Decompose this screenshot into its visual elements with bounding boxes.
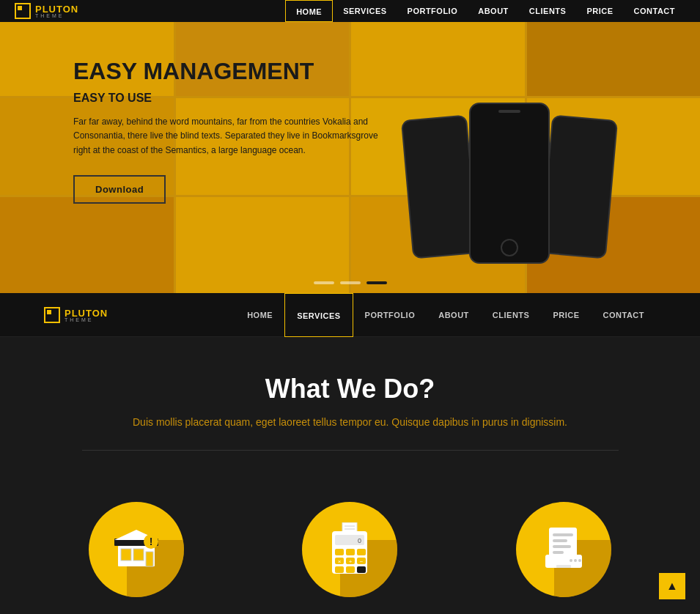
hero-phones <box>407 29 612 264</box>
service-card-modern-design: ! Modern Design We Create Modern And Cle… <box>48 502 224 614</box>
nav-clients[interactable]: CLIENTS <box>519 0 577 22</box>
svg-rect-23 <box>357 566 366 573</box>
services-logo-icon <box>44 307 60 323</box>
svg-rect-15 <box>335 549 344 555</box>
svg-point-34 <box>570 559 572 562</box>
hero-nav-links: HOME SERVICES PORTFOLIO ABOUT CLIENTS PR… <box>285 0 685 22</box>
snav-home[interactable]: HOME <box>235 293 284 337</box>
svg-text:×: × <box>338 558 342 565</box>
services-divider <box>82 450 619 451</box>
scroll-up-button[interactable]: ▲ <box>659 573 685 599</box>
services-heading: What We Do? Duis mollis placerat quam, e… <box>0 337 700 465</box>
slide-indicators <box>314 281 387 284</box>
indicator-2[interactable] <box>340 281 361 284</box>
hero-navbar: PLUTON THEME HOME SERVICES PORTFOLIO ABO… <box>0 0 700 22</box>
services-nav-links: HOME SERVICES PORTFOLIO ABOUT CLIENTS PR… <box>235 293 656 337</box>
nav-services[interactable]: SERVICES <box>333 0 397 22</box>
svg-point-35 <box>574 559 577 562</box>
document-icon <box>538 524 589 575</box>
svg-rect-33 <box>556 565 571 568</box>
snav-about[interactable]: ABOUT <box>427 293 481 337</box>
svg-rect-4 <box>146 552 153 566</box>
nav-price[interactable]: PRICE <box>576 0 623 22</box>
store-icon: ! <box>111 524 162 575</box>
svg-rect-30 <box>553 545 571 548</box>
svg-text:+: + <box>349 558 353 565</box>
svg-rect-22 <box>346 566 355 573</box>
scroll-up-arrow: ▲ <box>666 580 678 593</box>
snav-price[interactable]: PRICE <box>541 293 591 337</box>
nav-home[interactable]: HOME <box>285 0 333 22</box>
services-section: PLUTON THEME HOME SERVICES PORTFOLIO ABO… <box>0 293 700 614</box>
nav-about[interactable]: ABOUT <box>468 0 519 22</box>
hero-logo[interactable]: PLUTON THEME <box>15 3 78 19</box>
snav-portfolio[interactable]: PORTFOLIO <box>353 293 427 337</box>
svg-rect-2 <box>121 549 131 561</box>
nav-portfolio[interactable]: PORTFOLIO <box>397 0 468 22</box>
svg-point-36 <box>578 559 581 562</box>
services-logo-text-wrap: PLUTON THEME <box>65 308 108 322</box>
calculator-icon: 0 × + − <box>326 522 374 577</box>
svg-rect-28 <box>553 533 573 536</box>
download-button[interactable]: Download <box>73 175 166 204</box>
services-logo[interactable]: PLUTON THEME <box>44 307 108 323</box>
services-title: What We Do? <box>15 374 685 404</box>
powerful-theme-icon-wrap: 0 × + − <box>302 502 397 597</box>
modern-design-icon-wrap: ! <box>89 502 184 597</box>
svg-rect-3 <box>133 549 144 561</box>
services-navbar: PLUTON THEME HOME SERVICES PORTFOLIO ABO… <box>0 293 700 337</box>
phone-main <box>469 103 550 264</box>
svg-text:0: 0 <box>358 537 361 544</box>
svg-rect-17 <box>357 549 366 555</box>
services-cards: ! Modern Design We Create Modern And Cle… <box>0 465 700 614</box>
logo-icon <box>15 3 31 19</box>
svg-text:−: − <box>360 558 364 565</box>
clean-code-icon-wrap <box>516 502 611 597</box>
svg-rect-21 <box>335 566 344 573</box>
indicator-3[interactable] <box>366 281 387 284</box>
hero-content: EASY MANAGEMENT EASY TO USE Far far away… <box>73 59 381 204</box>
snav-contact[interactable]: CONTACT <box>592 293 656 337</box>
hero-section: PLUTON THEME HOME SERVICES PORTFOLIO ABO… <box>0 0 700 293</box>
nav-contact[interactable]: CONTACT <box>624 0 685 22</box>
services-subtitle: Duis mollis placerat quam, eget laoreet … <box>15 416 685 428</box>
svg-rect-16 <box>346 549 355 555</box>
logo-text: PLUTON THEME <box>35 4 78 18</box>
svg-text:!: ! <box>149 536 152 547</box>
phone-left <box>401 114 479 259</box>
service-card-clean-code: Clean Code We Create Modern And Powerful… <box>476 502 652 614</box>
phone-right <box>540 114 618 259</box>
snav-clients[interactable]: CLIENTS <box>481 293 542 337</box>
hero-description: Far far away, behind the word mountains,… <box>73 115 381 158</box>
snav-services[interactable]: SERVICES <box>284 293 353 337</box>
service-card-powerful-theme: 0 × + − <box>262 502 438 614</box>
svg-rect-31 <box>553 551 564 554</box>
svg-rect-29 <box>553 539 567 542</box>
indicator-1[interactable] <box>314 281 334 284</box>
hero-title: EASY MANAGEMENT <box>73 59 381 84</box>
hero-subtitle: EASY TO USE <box>73 92 381 105</box>
